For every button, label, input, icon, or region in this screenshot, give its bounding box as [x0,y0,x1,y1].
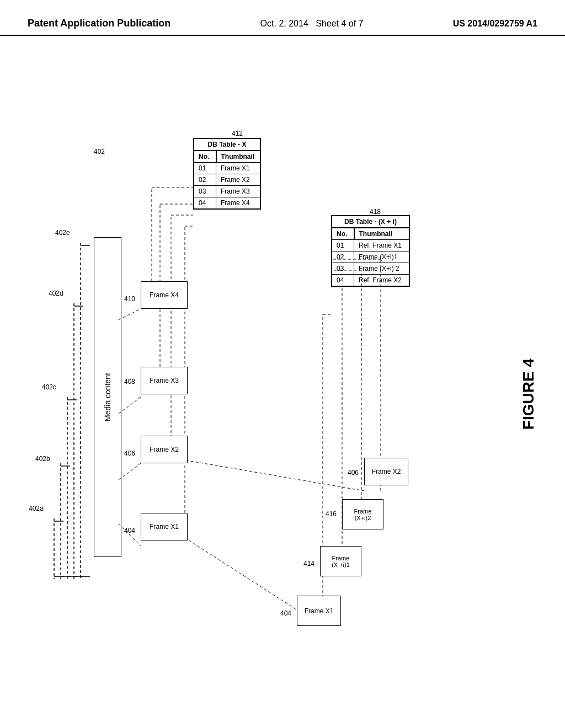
ref-406-1: 406 [124,449,135,457]
table-row: Frame X1 [216,163,260,174]
table-x-col-thumb: Thumbnail [216,151,260,163]
svg-line-16 [119,463,141,480]
table-row: Frame X3 [216,186,260,197]
svg-line-18 [119,309,141,320]
db-table-x: DB Table - X No. Thumbnail 01 Frame X1 0… [193,138,261,210]
table-row: 01 [332,240,354,251]
table-row: Ref. Frame X2 [354,275,409,286]
ref-412: 412 [232,130,243,137]
frame-x3: Frame X3 [141,367,188,394]
table-x-title: DB Table - X [194,139,260,151]
frame-x4: Frame X4 [141,281,188,309]
svg-line-17 [119,397,141,414]
table-row: Frame (X+i)1 [354,251,409,263]
ref-402: 402 [94,148,105,156]
frame-x2-right: Frame X2 [364,458,408,485]
ref-402b: 402b [35,455,50,463]
ref-402e: 402e [55,229,70,237]
table-row: 02 [332,251,354,263]
ref-402d: 402d [49,290,63,297]
svg-line-36 [171,458,364,491]
table-row: 03 [194,186,216,197]
table-row: 03 [332,263,354,275]
ref-402a: 402a [29,505,44,512]
figure-label: FIGURE 4 [520,358,537,430]
ref-408: 408 [124,378,135,386]
table-row: 04 [332,275,354,286]
ref-410: 410 [124,295,135,303]
table-row: Frame (X+i) 2 [354,263,409,275]
table-row: 04 [194,197,216,209]
frame-xi2: Frame (X+i)2 [342,499,383,529]
ref-402c: 402c [42,383,56,391]
publication-date: Oct. 2, 2014 Sheet 4 of 7 [260,17,364,29]
table-row: 02 [194,174,216,186]
ref-404-2: 404 [280,609,291,617]
ref-416: 416 [326,510,337,518]
db-table-xi: DB Table - (X + i) No. Thumbnail 01 Ref.… [331,215,410,287]
frame-x2-left: Frame X2 [141,436,188,463]
page-header: Patent Application Publication Oct. 2, 2… [0,0,565,36]
svg-line-35 [185,538,309,618]
table-xi-title: DB Table - (X + i) [332,216,409,228]
media-content-label: Media content [103,373,112,421]
ref-404-1: 404 [124,527,135,534]
frame-xi1: Frame (X +i)1 [320,546,361,576]
table-row: Frame X4 [216,197,260,209]
patent-number: US 2014/0292759 A1 [453,17,537,29]
ref-414: 414 [303,560,315,568]
frame-x1-left: Frame X1 [141,513,188,540]
table-xi-col-no: No. [332,228,354,240]
frame-x1-right: Frame X1 [297,596,341,626]
table-xi-col-thumb: Thumbnail [354,228,409,240]
table-row: Ref. Frame X1 [354,240,409,251]
ref-418: 418 [370,208,381,216]
media-content-box: Media content [94,237,121,557]
ref-406-2: 406 [348,469,359,477]
publication-title: Patent Application Publication [28,17,170,30]
table-row: 01 [194,163,216,174]
diagram-area: 402 402a 402b 402c 402d 402e Media conte… [22,66,519,700]
table-row: Frame X2 [216,174,260,186]
table-x-col-no: No. [194,151,216,163]
